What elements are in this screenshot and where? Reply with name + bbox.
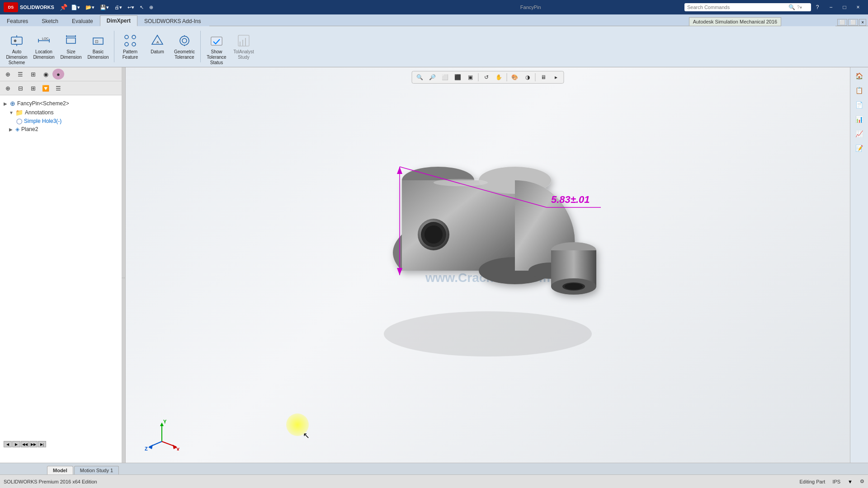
view-cube-btn[interactable]: ▣	[465, 72, 476, 82]
tolanalyst-icon	[236, 33, 251, 48]
minimize-button[interactable]: −	[825, 3, 837, 12]
scroll-first-btn[interactable]: ◀◀	[21, 441, 29, 447]
tab-addins[interactable]: SOLIDWORKS Add-Ins	[137, 16, 208, 26]
scroll-last-btn[interactable]: ▶▶	[29, 441, 38, 447]
svg-text:X: X	[176, 447, 180, 450]
close-button[interactable]: ×	[852, 3, 864, 12]
main-layout: ⊕ ☰ ⊞ ◉ ● ⊕ ⊟ ⊞ 🔽 ☰ ▶ ⊕ FancyPin<Scheme2…	[0, 67, 868, 488]
tab-sketch[interactable]: Sketch	[35, 16, 65, 26]
scroll-right-btn[interactable]: ▶	[12, 441, 20, 447]
pattern-feature-button[interactable]: Pattern Feature	[117, 31, 143, 62]
scene-btn[interactable]: ◑	[522, 72, 533, 82]
panel-collapse-handle[interactable]: ⋮	[122, 67, 126, 488]
svg-rect-25	[211, 37, 222, 45]
model-tab[interactable]: Model	[47, 466, 73, 474]
undo-button[interactable]: ↩▾	[126, 4, 136, 11]
pattern-feature-icon	[123, 33, 137, 48]
right-file-btn[interactable]: 📄	[852, 98, 867, 112]
right-note-btn[interactable]: 📝	[852, 141, 867, 155]
pattern-feature-label: Pattern Feature	[118, 49, 142, 60]
appearance-btn[interactable]: 🎨	[509, 72, 521, 82]
auto-dimension-scheme-button[interactable]: ⊕ Auto Dimension Scheme	[4, 31, 30, 62]
tab-evaluate[interactable]: Evaluate	[65, 16, 100, 26]
svg-marker-46	[397, 167, 402, 174]
select-button[interactable]: ↖	[138, 4, 146, 11]
model-shadow	[384, 311, 592, 357]
panel-tree-btn[interactable]: ⊟	[14, 83, 26, 94]
title-bar: DS SOLIDWORKS 📌 📄▾ 📂▾ 💾▾ 🖨▾ ↩▾ ↖ ⊕ Fancy…	[0, 0, 868, 14]
zoom-in-btn[interactable]: 🔎	[427, 72, 439, 82]
panel-target-btn[interactable]: ◉	[40, 69, 52, 80]
location-dimension-label: Location Dimension	[32, 49, 56, 60]
tolanalyst-study-button[interactable]: TolAnalyst Study	[231, 31, 257, 62]
help-button[interactable]: ?	[811, 3, 824, 12]
zoom-to-fit-btn[interactable]: 🔍	[414, 72, 426, 82]
display-settings-btn[interactable]: 🖥	[538, 72, 549, 82]
panel-toolbar: ⊕ ☰ ⊞ ◉ ●	[0, 67, 122, 81]
right-home-btn[interactable]: 🏠	[852, 69, 867, 83]
app-logo: DS SOLIDWORKS	[4, 2, 58, 12]
viewport[interactable]: 🔍 🔎 ⬜ ⬛ ▣ ↺ ✋ 🎨 ◑ 🖥 ▸ www.CrackNest.com	[126, 67, 850, 488]
panel-add-btn[interactable]: ⊕	[2, 83, 14, 94]
tab-dimxpert[interactable]: DimXpert	[100, 15, 137, 26]
show-tolerance-status-button[interactable]: Show Tolerance Status	[203, 31, 230, 62]
tree-annotations[interactable]: ▼ 📁 Annotations	[2, 108, 120, 117]
plane2-expand-arrow: ▶	[9, 127, 14, 132]
panel-color-btn[interactable]: ●	[52, 69, 64, 80]
svg-point-43	[425, 225, 443, 244]
search-input[interactable]	[687, 5, 787, 10]
open-button[interactable]: 📂▾	[84, 4, 96, 11]
plane2-label: Plane2	[21, 126, 38, 132]
ribbon-tabs: Features Sketch Evaluate DimXpert SOLIDW…	[0, 14, 868, 26]
new-button[interactable]: 📄▾	[69, 4, 82, 11]
datum-button[interactable]: A Datum	[144, 31, 170, 62]
tree-root-item[interactable]: ▶ ⊕ FancyPin<Scheme2>	[2, 99, 120, 108]
wireframe-btn[interactable]: ⬜	[439, 72, 451, 82]
basic-dimension-button[interactable]: ⊡ Basic Dimension	[85, 31, 111, 62]
size-dimension-button[interactable]: Size Dimension	[58, 31, 84, 62]
svg-point-20	[180, 36, 189, 45]
ribbon: Features Sketch Evaluate DimXpert SOLIDW…	[0, 14, 868, 67]
cursor-arrow: ↖	[303, 431, 310, 441]
panel-home-btn[interactable]: ⊕	[2, 69, 14, 80]
location-dimension-button[interactable]: LOC Location Dimension	[31, 31, 57, 62]
pan-btn[interactable]: ✋	[493, 72, 505, 82]
panel-filter-btn[interactable]: 🔽	[40, 83, 52, 94]
tree-plane2[interactable]: ▶ ◈ Plane2	[2, 125, 120, 133]
search-bar[interactable]: 🔍 ?▾	[684, 3, 811, 11]
size-dimension-label: Size Dimension	[59, 49, 83, 60]
right-doc-btn[interactable]: 📋	[852, 84, 867, 97]
right-chart-btn[interactable]: 📊	[852, 113, 867, 126]
feature-tree: ▶ ⊕ FancyPin<Scheme2> ▼ 📁 Annotations ◯ …	[0, 95, 122, 488]
save-button[interactable]: 💾▾	[98, 4, 111, 11]
pin-icon: 📌	[60, 4, 67, 11]
right-graph-btn[interactable]: 📈	[852, 127, 867, 141]
handle-indicator: ⋮	[122, 276, 126, 280]
print-button[interactable]: 🖨▾	[113, 4, 124, 11]
more-btn[interactable]: ▸	[550, 72, 562, 82]
tab-features[interactable]: Features	[0, 16, 35, 26]
panel-grid-btn[interactable]: ⊞	[27, 69, 39, 80]
panel-close-btn[interactable]: ×	[859, 19, 866, 26]
scroll-left-btn[interactable]: ◀	[4, 441, 12, 447]
geometric-tolerance-button[interactable]: Geometric Tolerance	[171, 31, 198, 62]
maximize-button[interactable]: □	[838, 3, 851, 12]
panel-expand-btn[interactable]: ⊞	[27, 83, 39, 94]
scroll-end-btn[interactable]: ▶|	[38, 441, 46, 447]
panel-list-btn[interactable]: ☰	[14, 69, 26, 80]
panel-menu-btn[interactable]: ☰	[52, 83, 64, 94]
status-version: SOLIDWORKS Premium 2016 x64 Edition	[4, 479, 800, 484]
units-dropdown-btn[interactable]: ▼	[848, 479, 853, 484]
svg-marker-58	[148, 445, 153, 449]
restore-btn[interactable]: ⬜	[837, 19, 847, 26]
solid-btn[interactable]: ⬛	[452, 72, 464, 82]
view-toolbar: 🔍 🔎 ⬜ ⬛ ▣ ↺ ✋ 🎨 ◑ 🖥 ▸	[412, 71, 564, 84]
tree-simple-hole[interactable]: ◯ Simple Hole3(-)	[2, 117, 120, 125]
window-controls: ? − □ ×	[811, 3, 864, 12]
rotate-btn[interactable]: ↺	[481, 72, 492, 82]
document-title: FancyPin	[377, 5, 685, 10]
coordinate-triad: Y X Z	[144, 419, 180, 452]
select2-button[interactable]: ⊕	[147, 4, 155, 11]
panel-restore-btn[interactable]: ⬜	[848, 19, 858, 26]
motion-study-tab[interactable]: Motion Study 1	[74, 466, 119, 474]
